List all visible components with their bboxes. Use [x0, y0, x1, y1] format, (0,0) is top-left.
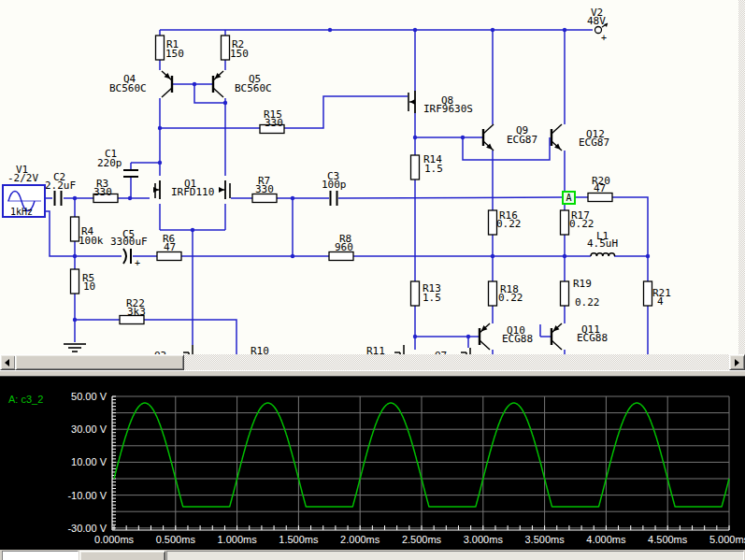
pane-splitter[interactable]: [0, 370, 745, 377]
component-R15[interactable]: R15330: [260, 108, 284, 134]
component-Q4[interactable]: Q4BC560C: [109, 71, 172, 97]
component-value: ECG87: [579, 136, 609, 149]
component-Q9[interactable]: Q9ECG87: [483, 124, 537, 151]
component-value: BC560C: [235, 82, 272, 94]
component-L1[interactable]: L14.5uH: [587, 230, 618, 256]
x-tick-label: 4.000ms: [586, 534, 626, 545]
component-ref: R19: [573, 278, 592, 290]
junction-dot: [563, 254, 566, 258]
waveform-plot[interactable]: 50.00 V30.00 V10.00 V-10.00 V-30.00 V0.0…: [0, 377, 745, 550]
component-R14[interactable]: R141.5: [411, 153, 443, 179]
component-value: 150: [165, 48, 184, 60]
component-V2[interactable]: +V248V: [587, 7, 608, 43]
component-R22[interactable]: R223k3: [120, 297, 146, 324]
component-R7[interactable]: R7330: [252, 175, 277, 203]
scroll-left-button[interactable]: [0, 354, 16, 370]
component-value: 3300uF: [110, 236, 148, 248]
component-extra: 1kHz: [10, 207, 33, 217]
component-R13[interactable]: R131.5: [411, 281, 441, 306]
junction-dot: [191, 228, 194, 232]
x-tick-label: 0.500ms: [156, 534, 196, 545]
hscroll-thumb[interactable]: [15, 354, 184, 370]
component-Q5[interactable]: Q5BC560C: [213, 71, 272, 97]
component-value: 150: [230, 48, 249, 60]
component-value: BC560C: [109, 82, 147, 94]
resistor-body-icon: [411, 155, 420, 179]
schematic-horizontal-scrollbar[interactable]: [0, 354, 745, 370]
component-R21[interactable]: R214: [644, 281, 671, 308]
x-tick-label: 3.000ms: [464, 534, 504, 545]
junction-dot: [491, 28, 494, 32]
scroll-right-icon: [735, 359, 739, 366]
scroll-right-button[interactable]: [729, 354, 745, 370]
component-V1[interactable]: V1-2/2V1kHz: [3, 164, 45, 217]
component-value: 1.5: [423, 292, 441, 304]
component-R11[interactable]: R11: [366, 345, 385, 354]
component-Q11[interactable]: Q11ECG88: [552, 323, 608, 350]
probe-marker[interactable]: A: [563, 192, 575, 204]
component-Q10[interactable]: Q10ECG88: [480, 323, 533, 350]
component-value: 3k3: [127, 306, 146, 318]
bottom-scrollbar[interactable]: [0, 550, 745, 560]
wire[interactable]: [338, 197, 563, 198]
component-R2[interactable]: R2150: [222, 36, 249, 60]
component-ref: R10: [251, 345, 269, 354]
bottom-pane-box: [2, 551, 79, 560]
component-R19[interactable]: R190.22: [561, 278, 600, 309]
component-R18[interactable]: R180.22: [489, 281, 523, 306]
axes: [112, 396, 729, 530]
component-R6[interactable]: R647: [157, 233, 181, 261]
component-R4[interactable]: R4100k: [71, 217, 104, 247]
schematic-pane[interactable]: R1150R2150R3330R4100kR510R647R7330R8960R…: [0, 0, 745, 354]
component-R20[interactable]: R2047: [588, 175, 612, 202]
component-R5[interactable]: R510: [71, 269, 96, 294]
bjt-lead-icon: [483, 124, 494, 134]
resistor-body-icon: [222, 36, 230, 60]
waveform-pane[interactable]: A: c3_2 50.00 V30.00 V10.00 V-10.00 V-30…: [0, 377, 745, 550]
component-value: ECG87: [507, 134, 537, 146]
component-Q8[interactable]: Q8IRF9630S: [408, 91, 473, 115]
mosfet-arrow-icon: [410, 99, 416, 105]
scroll-left-icon: [5, 359, 9, 366]
bottom-scroll-track[interactable]: [166, 551, 744, 560]
junction-dot: [291, 196, 294, 200]
component-Q1[interactable]: Q1IRFD110: [153, 178, 230, 199]
component-C3[interactable]: C3100p: [322, 170, 347, 206]
component-R17[interactable]: R170.22: [561, 209, 595, 235]
component-R16[interactable]: R160.22: [489, 209, 522, 235]
component-Q12[interactable]: Q12ECG87: [552, 124, 609, 151]
component-R1[interactable]: R1150: [156, 36, 184, 60]
component-value: 47: [164, 241, 176, 253]
component-value: 0.22: [569, 218, 595, 230]
component-value: 330: [265, 117, 283, 129]
schematic-canvas[interactable]: R1150R2150R3330R4100kR510R647R7330R8960R…: [0, 0, 745, 354]
junction-dot: [646, 254, 650, 258]
resistor-body-icon: [411, 281, 420, 306]
junction-dot: [466, 335, 470, 338]
junction-dot: [73, 196, 77, 200]
component-R8[interactable]: R8960: [329, 233, 353, 261]
y-tick-label: 10.00 V: [71, 456, 107, 467]
resistor-body-icon: [561, 210, 569, 235]
mosfet-arrow-icon: [219, 187, 224, 193]
component-R3[interactable]: R3330: [93, 178, 118, 203]
bjt-lead-icon: [552, 124, 562, 134]
component-value: 48V: [587, 15, 606, 27]
junction-dot: [491, 254, 494, 258]
component-C5[interactable]: +C53300uF: [110, 228, 148, 268]
bottom-scroll-thumb[interactable]: [79, 551, 165, 560]
wire[interactable]: [284, 96, 408, 128]
schematic-vertical-scrollbar[interactable]: [738, 0, 745, 354]
component-value: 0.22: [498, 292, 523, 304]
component-C2[interactable]: C22.2uF: [45, 171, 76, 206]
app-window: R1150R2150R3330R4100kR510R647R7330R8960R…: [0, 0, 745, 560]
grid-lines: [112, 396, 729, 530]
x-tick-label: 0.000ms: [94, 534, 135, 545]
junction-dot: [413, 28, 417, 32]
inductor-coil-icon: [591, 253, 615, 256]
x-tick-label: 1.500ms: [279, 534, 319, 545]
component-R10[interactable]: R10: [251, 345, 269, 354]
component-value: ECG88: [502, 333, 533, 345]
wire[interactable]: [194, 84, 225, 103]
component-value: 10: [83, 280, 95, 293]
